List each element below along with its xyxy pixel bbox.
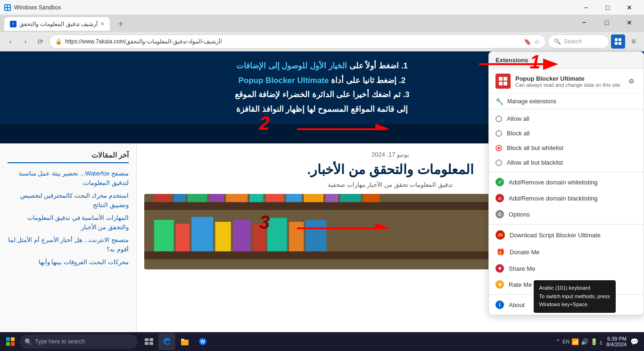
extension-info: Popup Blocker Ultimate Can always read a… bbox=[515, 75, 621, 88]
new-tab-button[interactable]: + bbox=[114, 17, 127, 31]
window-close-button[interactable]: ✕ bbox=[619, 0, 640, 15]
address-bar-icons: 🔖 ☆ bbox=[524, 38, 540, 45]
rate-icon: ★ bbox=[495, 280, 504, 289]
sidebar-link-1[interactable]: متصفح Waterfox... تحضير بيئة عمل مناسبة … bbox=[8, 169, 129, 187]
browser-close-button[interactable]: ✕ bbox=[619, 15, 640, 30]
app-icon[interactable]: W bbox=[194, 333, 211, 350]
svg-rect-24 bbox=[363, 194, 380, 202]
share-icon: ♥ bbox=[495, 264, 504, 273]
menu-item-allow-all[interactable]: Allow all bbox=[489, 111, 644, 126]
svg-rect-15 bbox=[188, 194, 207, 202]
battery-icon: 🔋 bbox=[590, 338, 598, 345]
file-explorer-icon[interactable] bbox=[176, 333, 193, 350]
divider-1 bbox=[489, 172, 644, 172]
window-titlebar: Windows Sandbox − □ ✕ bbox=[0, 0, 644, 15]
svg-rect-25 bbox=[154, 220, 174, 251]
svg-rect-32 bbox=[289, 222, 304, 251]
svg-rect-39 bbox=[499, 82, 503, 85]
manage-extensions-button[interactable]: 🔧 Manage extensions bbox=[489, 94, 644, 109]
network-icon[interactable]: 📶 bbox=[571, 338, 579, 345]
browser-tab[interactable]: 7 أرشيف تدقيق المعلومات والتحقق ✕ bbox=[4, 17, 110, 31]
menu-item-block-all[interactable]: Block all bbox=[489, 126, 644, 141]
svg-rect-47 bbox=[145, 342, 149, 345]
window-icon bbox=[4, 4, 11, 11]
extension-name: Popup Blocker Ultimate bbox=[515, 75, 621, 82]
menu-item-download-script[interactable]: JS Download Script Blocker Ultimate bbox=[489, 226, 644, 243]
refresh-button[interactable]: ⟳ bbox=[34, 35, 47, 48]
menu-item-add-whitelist[interactable]: ✓ Add/Remove domain whitelisting bbox=[489, 174, 644, 190]
svg-rect-6 bbox=[619, 38, 621, 41]
taskbar-search-icon: 🔍 bbox=[25, 338, 32, 345]
clock-date: 8/4/2024 bbox=[606, 342, 627, 347]
star-icon[interactable]: ☆ bbox=[534, 38, 540, 45]
arabic-kbd: ع bbox=[600, 339, 603, 344]
svg-rect-41 bbox=[6, 337, 10, 341]
sidebar-link-5[interactable]: محركات البحث، الفروقات بينها وأيها bbox=[8, 258, 129, 267]
taskbar-system-tray: ⌃ EN 📶 🔊 🔋 ع 6:39 PM 8/4/2024 💬 bbox=[555, 336, 642, 347]
svg-rect-13 bbox=[154, 194, 172, 202]
address-bar[interactable]: 🔒 https://www.7akaia.com/أرشيف-المواد-تد… bbox=[49, 34, 546, 49]
svg-rect-50 bbox=[181, 339, 184, 341]
taskbar-clock[interactable]: 6:39 PM 8/4/2024 bbox=[606, 336, 627, 347]
sidebar-link-4[interactable]: متصفح الانترنت... هل أختار الأسرع أم الأ… bbox=[8, 235, 129, 254]
svg-rect-42 bbox=[11, 337, 15, 341]
svg-rect-1 bbox=[5, 5, 7, 7]
menu-item-block-whitelist[interactable]: Block all but whitelist bbox=[489, 141, 644, 155]
browser-chrome: 7 أرشيف تدقيق المعلومات والتحقق ✕ + − □ … bbox=[0, 15, 644, 51]
start-button[interactable] bbox=[2, 333, 19, 350]
browser-minimize-button[interactable]: − bbox=[573, 15, 595, 30]
tray-chevron-icon[interactable]: ⌃ bbox=[555, 338, 561, 345]
svg-rect-40 bbox=[504, 82, 507, 85]
svg-rect-3 bbox=[5, 8, 7, 10]
tooltip-line3: Windows key+Space. bbox=[539, 301, 610, 309]
svg-rect-45 bbox=[145, 338, 149, 341]
svg-rect-20 bbox=[286, 194, 302, 202]
back-button[interactable]: ‹ bbox=[4, 35, 17, 48]
notification-button[interactable]: 💬 bbox=[630, 338, 638, 345]
window-controls: − □ ✕ bbox=[575, 0, 640, 15]
tab-close-button[interactable]: ✕ bbox=[100, 21, 104, 26]
svg-text:W: W bbox=[200, 339, 205, 344]
taskbar-search[interactable]: 🔍 Type here to search bbox=[20, 334, 138, 349]
svg-rect-19 bbox=[265, 194, 284, 202]
manage-ext-icon: 🔧 bbox=[495, 98, 504, 105]
address-bar-row: ‹ › ⟳ 🔒 https://www.7akaia.com/أرشيف-الم… bbox=[0, 32, 644, 51]
svg-rect-44 bbox=[11, 342, 15, 346]
svg-rect-33 bbox=[305, 220, 326, 251]
svg-rect-17 bbox=[226, 194, 248, 202]
about-icon: i bbox=[495, 301, 504, 309]
menu-item-donate[interactable]: 🎁 Donate Me bbox=[489, 243, 644, 260]
extension-gear-button[interactable]: ⚙ bbox=[626, 75, 637, 87]
extension-item: Popup Blocker Ultimate Can always read a… bbox=[489, 69, 644, 94]
window-maximize-button[interactable]: □ bbox=[597, 0, 619, 15]
menu-item-allow-blacklist[interactable]: Allow all but blacklist bbox=[489, 155, 644, 170]
menu-item-share[interactable]: ♥ Share Me bbox=[489, 260, 644, 276]
menu-item-options[interactable]: ⚙ Options bbox=[489, 206, 644, 222]
window-title: Windows Sandbox bbox=[14, 4, 575, 11]
sidebar-link-3[interactable]: المهارات الأساسية في تدقيق المعلومات وال… bbox=[8, 213, 129, 232]
systray-icons: ⌃ EN 📶 🔊 🔋 ع bbox=[555, 338, 603, 345]
extensions-panel: Extensions Popup Blocker Ultimate Can al… bbox=[488, 51, 644, 315]
sidebar-link-2[interactable]: استخدم محرك البحث كالمحترفين لتخصيص وتضي… bbox=[8, 191, 129, 209]
divider-2 bbox=[489, 224, 644, 225]
sidebar-title: آخر المقالات bbox=[8, 151, 129, 163]
svg-rect-38 bbox=[504, 77, 507, 81]
radio-allow-all bbox=[495, 116, 502, 122]
bookmark-icon[interactable]: 🔖 bbox=[524, 38, 531, 45]
extensions-button[interactable] bbox=[611, 34, 625, 49]
svg-rect-18 bbox=[249, 194, 263, 202]
svg-rect-2 bbox=[8, 5, 10, 7]
edge-icon[interactable] bbox=[158, 333, 175, 350]
svg-rect-48 bbox=[149, 342, 153, 345]
volume-icon[interactable]: 🔊 bbox=[581, 338, 588, 345]
svg-rect-43 bbox=[6, 342, 10, 346]
window-minimize-button[interactable]: − bbox=[575, 0, 597, 15]
forward-button[interactable]: › bbox=[19, 35, 32, 48]
browser-menu-button[interactable]: ≡ bbox=[627, 35, 640, 48]
browser-maximize-button[interactable]: □ bbox=[596, 15, 618, 30]
taskview-icon[interactable] bbox=[140, 333, 157, 350]
svg-rect-26 bbox=[176, 224, 190, 251]
svg-rect-21 bbox=[304, 194, 323, 202]
menu-item-add-blacklist[interactable]: ⊘ Add/Remove domain blacklisting bbox=[489, 190, 644, 206]
search-bar[interactable]: 🔍 Search bbox=[548, 34, 609, 49]
